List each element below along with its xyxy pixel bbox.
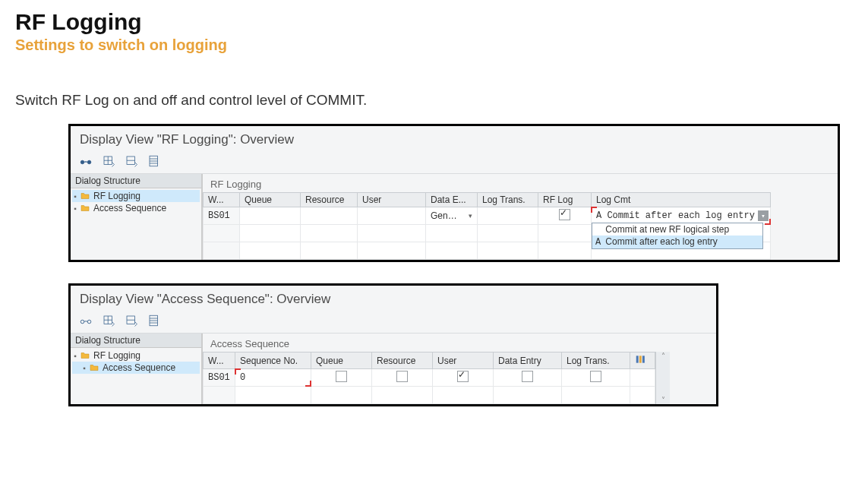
option-text: Commit at new RF logical step bbox=[605, 224, 729, 235]
col-header[interactable]: Resource bbox=[372, 352, 433, 369]
tree-item-label: Access Sequence bbox=[103, 362, 175, 373]
dialog-structure-tree: Dialog Structure ▪ RF Logging ▪ Access S… bbox=[71, 334, 203, 404]
glasses-icon[interactable] bbox=[78, 313, 93, 328]
col-header[interactable]: Queue bbox=[240, 193, 301, 207]
grid-pane-access-sequence: Access Sequence W... Sequence No. Queue … bbox=[203, 334, 716, 404]
tree-item-access-sequence[interactable]: ▪ Access Sequence bbox=[72, 202, 200, 214]
dialog-structure-tree: Dialog Structure ▪ RF Logging ▪ Access S… bbox=[71, 174, 203, 260]
svg-rect-7 bbox=[639, 356, 642, 362]
cell-warehouse[interactable]: BS01 bbox=[204, 369, 235, 387]
tree-item-label: RF Logging bbox=[93, 191, 140, 201]
table-header-row: W... Queue Resource User Data E... Log T… bbox=[204, 193, 771, 207]
col-header[interactable]: W... bbox=[204, 193, 240, 207]
tree-header: Dialog Structure bbox=[71, 174, 201, 188]
cell-warehouse[interactable]: BS01 bbox=[204, 207, 240, 225]
cell-resource-checkbox[interactable] bbox=[372, 369, 433, 387]
col-header[interactable]: Log Cmt bbox=[592, 193, 771, 207]
cell-user-checkbox[interactable] bbox=[433, 369, 494, 387]
expand-all-icon[interactable] bbox=[101, 313, 116, 328]
col-header[interactable]: Data E... bbox=[426, 193, 478, 207]
columns-icon bbox=[635, 354, 645, 365]
window-title: Display View "RF Logging": Overview bbox=[71, 126, 838, 152]
checkbox-icon bbox=[590, 371, 601, 382]
cell-queue[interactable] bbox=[240, 207, 301, 225]
col-header[interactable]: W... bbox=[204, 352, 235, 369]
dropdown-option[interactable]: Commit at new RF logical step bbox=[592, 223, 762, 236]
toolbar bbox=[71, 311, 716, 333]
scroll-down-icon[interactable]: ˅ bbox=[661, 396, 665, 404]
cell-sequence-no[interactable]: 0 bbox=[235, 369, 311, 387]
table-row bbox=[204, 387, 655, 404]
page-description: Switch RF Log on and off and control lev… bbox=[15, 92, 853, 109]
col-header[interactable]: Resource bbox=[301, 193, 358, 207]
grid-title: Access Sequence bbox=[203, 338, 716, 352]
window-title: Display View "Access Sequence": Overview bbox=[71, 286, 716, 311]
glasses-icon[interactable] bbox=[78, 153, 93, 169]
tree-header: Dialog Structure bbox=[71, 334, 201, 348]
table-row[interactable]: BS01 0 bbox=[204, 369, 655, 387]
tree-item-access-sequence[interactable]: ▪ Access Sequence bbox=[72, 362, 200, 374]
cell-data-entry-checkbox[interactable] bbox=[494, 369, 562, 387]
tree-item-rf-logging[interactable]: ▪ RF Logging bbox=[72, 349, 200, 362]
cell-rf-log-checkbox[interactable] bbox=[538, 207, 592, 225]
col-header[interactable]: Sequence No. bbox=[235, 352, 311, 369]
panel-rf-logging: Display View "RF Logging": Overview Dial… bbox=[68, 124, 840, 262]
expand-all-icon[interactable] bbox=[101, 153, 116, 169]
svg-rect-8 bbox=[642, 356, 645, 362]
cell-log-trans[interactable] bbox=[478, 207, 538, 225]
page-title: RF Logging bbox=[15, 9, 853, 35]
table-row[interactable]: BS01 Gen… ▾ bbox=[204, 207, 771, 225]
cell-log-cmt-dropdown[interactable]: A Commit after each log entry ▾ Commit a… bbox=[592, 207, 771, 225]
table-header-row: W... Sequence No. Queue Resource User Da… bbox=[204, 352, 655, 369]
position-icon[interactable] bbox=[147, 313, 162, 328]
checkbox-icon bbox=[522, 371, 533, 382]
bullet-icon: ▪ bbox=[74, 207, 77, 210]
cell-user[interactable] bbox=[358, 207, 426, 225]
folder-icon bbox=[89, 363, 99, 372]
folder-icon bbox=[80, 191, 90, 201]
cell-queue-checkbox[interactable] bbox=[311, 369, 372, 387]
rf-logging-table: W... Queue Resource User Data E... Log T… bbox=[203, 192, 771, 260]
bullet-icon: ▪ bbox=[83, 366, 86, 369]
bullet-icon: ▪ bbox=[74, 194, 77, 198]
vertical-scrollbar[interactable]: ˄ ˅ bbox=[655, 352, 670, 404]
data-entry-value: Gen… bbox=[431, 210, 457, 221]
col-header[interactable]: User bbox=[433, 352, 494, 369]
folder-icon bbox=[80, 204, 90, 213]
tree-item-rf-logging[interactable]: ▪ RF Logging bbox=[72, 190, 200, 202]
checkbox-icon bbox=[336, 371, 347, 382]
collapse-all-icon[interactable] bbox=[124, 153, 139, 169]
dropdown-option[interactable]: A Commit after each log entry bbox=[592, 236, 762, 248]
option-text: Commit after each log entry bbox=[605, 236, 717, 247]
col-header[interactable]: Log Trans. bbox=[478, 193, 538, 207]
tree-item-label: RF Logging bbox=[93, 350, 140, 361]
chevron-down-icon[interactable]: ▾ bbox=[758, 210, 769, 221]
collapse-all-icon[interactable] bbox=[124, 313, 139, 328]
cell-data-entry[interactable]: Gen… ▾ bbox=[426, 207, 478, 225]
cell-log-trans-checkbox[interactable] bbox=[562, 369, 630, 387]
grid-pane-rf-logging: RF Logging W... Queue Resource User Data… bbox=[203, 174, 838, 260]
col-header[interactable]: Data Entry bbox=[494, 352, 562, 369]
bullet-icon: ▪ bbox=[74, 354, 77, 357]
toolbar bbox=[71, 152, 838, 173]
chevron-down-icon[interactable]: ▾ bbox=[469, 212, 472, 220]
col-header[interactable]: Queue bbox=[311, 352, 372, 369]
col-header[interactable]: Log Trans. bbox=[562, 352, 630, 369]
checkbox-icon bbox=[457, 371, 469, 382]
tree-item-label: Access Sequence bbox=[93, 203, 166, 213]
page-subtitle: Settings to switch on logging bbox=[15, 36, 853, 54]
grid-title: RF Logging bbox=[203, 179, 838, 192]
column-config-header[interactable] bbox=[630, 352, 655, 369]
access-sequence-table: W... Sequence No. Queue Resource User Da… bbox=[203, 352, 655, 404]
col-header[interactable]: RF Log bbox=[538, 193, 592, 207]
option-code: A bbox=[595, 237, 603, 248]
panel-access-sequence: Display View "Access Sequence": Overview… bbox=[68, 283, 718, 406]
checkbox-icon bbox=[396, 371, 408, 382]
position-icon[interactable] bbox=[147, 153, 162, 169]
log-cmt-selected-value: A Commit after each log entry bbox=[596, 210, 755, 221]
scroll-up-icon[interactable]: ˄ bbox=[661, 352, 665, 360]
col-header[interactable]: User bbox=[358, 193, 426, 207]
folder-icon bbox=[80, 351, 90, 360]
cell-resource[interactable] bbox=[301, 207, 358, 225]
checkbox-icon bbox=[559, 209, 570, 220]
